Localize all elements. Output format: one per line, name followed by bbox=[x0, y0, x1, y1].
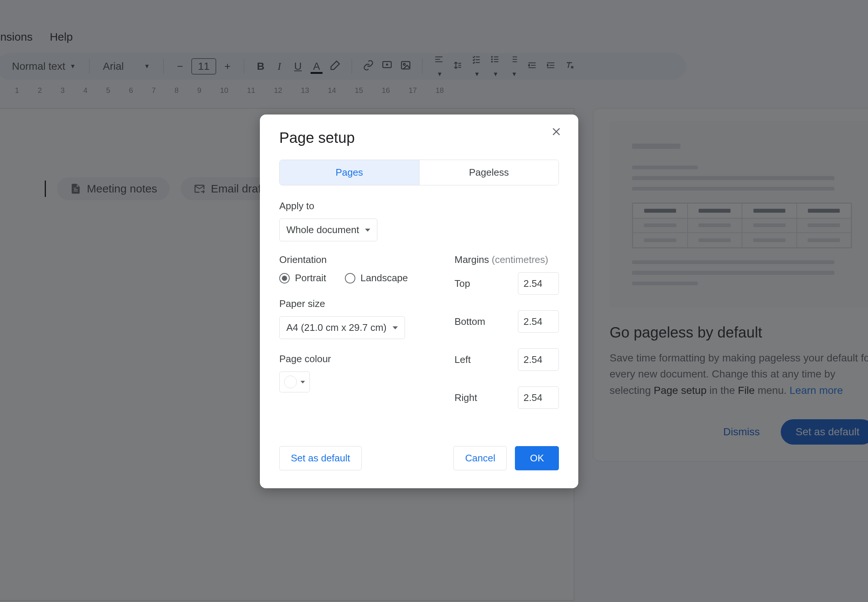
orientation-landscape-radio[interactable]: Landscape bbox=[345, 272, 408, 284]
margin-right-input[interactable] bbox=[518, 386, 559, 409]
apply-to-value: Whole document bbox=[286, 224, 359, 236]
radio-icon bbox=[279, 273, 290, 284]
ok-button[interactable]: OK bbox=[515, 446, 559, 470]
margin-top-label: Top bbox=[454, 278, 508, 289]
margin-bottom-input[interactable] bbox=[518, 310, 559, 333]
close-icon bbox=[551, 126, 562, 137]
margin-left-input[interactable] bbox=[518, 349, 559, 371]
cancel-button[interactable]: Cancel bbox=[453, 446, 507, 470]
margins-label: Margins (centimetres) bbox=[454, 254, 559, 266]
dialog-title: Page setup bbox=[279, 129, 559, 146]
page-colour-label: Page colour bbox=[279, 353, 432, 365]
orientation-portrait-label: Portrait bbox=[295, 272, 326, 284]
paper-size-label: Paper size bbox=[279, 298, 432, 310]
page-setup-dialog: Page setup Pages Pageless Apply to Whole… bbox=[260, 115, 578, 488]
paper-size-dropdown[interactable]: A4 (21.0 cm x 29.7 cm) bbox=[279, 316, 405, 339]
chevron-down-icon bbox=[365, 229, 370, 232]
apply-to-label: Apply to bbox=[279, 200, 559, 212]
colour-swatch-icon bbox=[284, 376, 297, 388]
page-mode-tabs: Pages Pageless bbox=[279, 160, 559, 185]
orientation-landscape-label: Landscape bbox=[360, 272, 408, 284]
margin-left-label: Left bbox=[454, 354, 508, 366]
orientation-portrait-radio[interactable]: Portrait bbox=[279, 272, 326, 284]
apply-to-dropdown[interactable]: Whole document bbox=[279, 218, 377, 241]
margin-top-input[interactable] bbox=[518, 272, 559, 295]
radio-icon bbox=[345, 273, 355, 284]
page-colour-dropdown[interactable] bbox=[279, 372, 310, 392]
tab-pageless[interactable]: Pageless bbox=[419, 160, 559, 185]
margin-bottom-label: Bottom bbox=[454, 316, 508, 327]
chevron-down-icon bbox=[301, 381, 305, 384]
paper-size-value: A4 (21.0 cm x 29.7 cm) bbox=[286, 322, 386, 333]
tab-pages[interactable]: Pages bbox=[280, 160, 419, 185]
chevron-down-icon bbox=[393, 326, 398, 329]
orientation-label: Orientation bbox=[279, 254, 432, 266]
margin-right-label: Right bbox=[454, 392, 508, 404]
dialog-close-button[interactable] bbox=[549, 126, 564, 139]
set-as-default-button[interactable]: Set as default bbox=[279, 446, 362, 470]
